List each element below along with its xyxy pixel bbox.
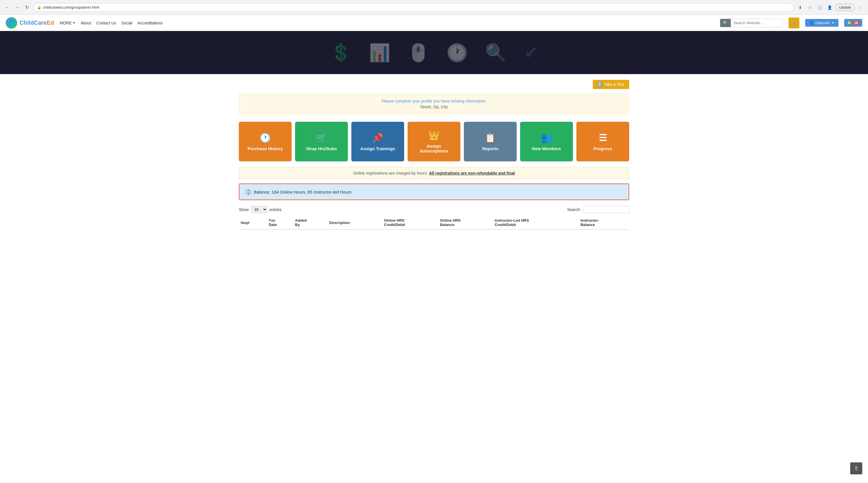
th-added-by: AddedBy: [293, 216, 328, 230]
update-button[interactable]: Update: [835, 4, 855, 11]
lock-icon: 🔒: [37, 5, 41, 9]
hero-icons: 💲 📊 🖱️ 🕐 🔍 ✔: [330, 42, 538, 63]
user-button[interactable]: 👤 Deborah ▼: [805, 19, 838, 27]
show-label: Show: [239, 207, 249, 212]
new-members-card[interactable]: 👥 New Members: [520, 122, 573, 161]
info-icon: ℹ️: [597, 82, 602, 87]
assign-trainings-icon: 📌: [372, 132, 383, 143]
table-controls: Show 10 25 50 100 entries Search:: [239, 206, 629, 213]
graph-icon: 📊: [369, 42, 391, 63]
address-bar[interactable]: 🔒 childcareed.com/groupadmin.html: [33, 3, 794, 12]
search-container: 🔍: [720, 19, 783, 27]
progress-label: Progress: [593, 146, 612, 151]
user-name: Deborah: [815, 21, 830, 25]
shop-hrs-subs-card[interactable]: 🛒 Shop Hrs/Subs: [295, 122, 348, 161]
back-button[interactable]: ←: [3, 3, 11, 11]
balance-panel: ⚖️ Balance: 164 Online Hours, 85 Instruc…: [239, 183, 629, 200]
th-seq: Seq#: [239, 216, 267, 230]
assign-trainings-label: Assign Trainings: [361, 146, 395, 151]
hero-overlay: 💲 📊 🖱️ 🕐 🔍 ✔: [0, 31, 868, 74]
entries-label: entries: [270, 207, 282, 212]
bookmark-icon[interactable]: ☆: [806, 3, 814, 11]
info-bar: Online registrations are charged by hour…: [239, 167, 629, 179]
alert-line1: Please complete your profile you have mi…: [244, 99, 624, 103]
nav-about[interactable]: About: [81, 21, 91, 25]
entries-control: Show 10 25 50 100 entries: [239, 206, 282, 213]
th-online-hrs-balance: Online HRSBalance: [438, 216, 493, 230]
reports-card[interactable]: 📋 Reports: [464, 122, 517, 161]
alert-line2: Street, Zip, City: [244, 104, 624, 109]
search-input[interactable]: [731, 19, 782, 27]
non-refundable-text: All registrations are non-refundable and…: [429, 171, 515, 176]
nav-accreditations[interactable]: Accreditations: [137, 21, 163, 25]
action-cards: 🕐 Purchase History 🛒 Shop Hrs/Subs 📌 Ass…: [239, 122, 629, 161]
assign-subscriptions-card[interactable]: 👑 Assign Subscriptions: [408, 122, 460, 161]
th-description: Description: [328, 216, 382, 230]
new-members-icon: 👥: [541, 132, 552, 143]
shop-icon: 🛒: [316, 132, 327, 143]
notification-button[interactable]: 🔔 16: [844, 19, 862, 27]
assign-subscriptions-label: Assign Subscriptions: [412, 144, 456, 153]
reports-icon: 📋: [485, 132, 496, 143]
bell-icon: 🔔: [847, 21, 851, 25]
magnify-icon: 🔍: [485, 42, 507, 63]
forward-button[interactable]: →: [13, 3, 21, 11]
purchase-history-card[interactable]: 🕐 Purchase History: [239, 122, 291, 161]
site-logo[interactable]: 🌐 ChildCareEd: [6, 17, 54, 29]
data-table: Seq# TxnDate AddedBy Description Online …: [239, 216, 629, 230]
checkmark-icon: ✔: [524, 42, 538, 63]
url-text: childcareed.com/groupadmin.html: [43, 5, 99, 9]
chevron-down-icon: ▼: [73, 21, 75, 24]
table-search-container: Search:: [567, 206, 629, 213]
extensions-icon[interactable]: ⬜: [816, 3, 824, 11]
hero-banner: 💲 📊 🖱️ 🕐 🔍 ✔: [0, 31, 868, 74]
tour-btn-container: ℹ️ Take a Tour: [239, 80, 629, 89]
reload-button[interactable]: ↻: [23, 3, 31, 11]
new-members-label: New Members: [532, 146, 561, 151]
reports-label: Reports: [482, 146, 499, 151]
nav-contact-us[interactable]: Contact Us: [96, 21, 116, 25]
th-txn-date: TxnDate: [267, 216, 293, 230]
browser-actions: ⬇ ☆ ⬜ 👤 Update ⋮: [796, 3, 865, 11]
browser-chrome: ← → ↻ 🔒 childcareed.com/groupadmin.html …: [0, 0, 868, 15]
table-header-row: Seq# TxnDate AddedBy Description Online …: [239, 216, 629, 230]
profile-icon[interactable]: 👤: [826, 3, 834, 11]
logo-icon: 🌐: [6, 17, 17, 29]
purchase-history-label: Purchase History: [247, 146, 283, 151]
entries-select[interactable]: 10 25 50 100: [251, 206, 267, 213]
site-navbar: 🌐 ChildCareEd MORE ▼ About Contact Us So…: [0, 15, 868, 31]
search-button[interactable]: 🔍: [720, 19, 731, 27]
cursor-icon: 🖱️: [408, 42, 429, 63]
menu-icon[interactable]: ⋮: [857, 3, 865, 11]
user-icon: 👤: [809, 21, 814, 25]
clock-icon: 🕐: [446, 42, 468, 63]
notification-badge: 16: [853, 21, 859, 25]
nav-social[interactable]: Social: [121, 21, 132, 25]
info-text: Online registrations are charged by hour…: [353, 171, 428, 176]
assign-subscriptions-icon: 👑: [428, 130, 440, 141]
assign-trainings-card[interactable]: 📌 Assign Trainings: [351, 122, 404, 161]
logo-text: ChildCareEd: [20, 20, 54, 26]
search-label: Search:: [567, 207, 581, 212]
nav-links: MORE ▼ About Contact Us Social Accredita…: [60, 21, 163, 25]
progress-card[interactable]: ☰ Progress: [577, 122, 629, 161]
balance-text: Balance: 164 Online Hours, 85 Instructor…: [254, 189, 351, 194]
th-instructor-balance: Instructor-Balance: [579, 216, 629, 230]
shop-hrs-subs-label: Shop Hrs/Subs: [306, 146, 337, 151]
download-icon[interactable]: ⬇: [796, 3, 804, 11]
table-search-input[interactable]: [583, 206, 629, 213]
th-online-hrs-cd: Online HRSCredit/Debit: [382, 216, 438, 230]
th-instructor-hrs-cd: Instructor-Led HRSCredit/Debit: [493, 216, 579, 230]
purchase-history-icon: 🕐: [259, 132, 271, 143]
balance-scale-icon: ⚖️: [245, 189, 251, 195]
nav-more[interactable]: MORE ▼: [60, 21, 75, 25]
dollar-icon: 💲: [330, 42, 352, 63]
user-chevron-icon: ▼: [832, 21, 834, 24]
cart-button[interactable]: 🛒: [788, 18, 799, 28]
main-content: ℹ️ Take a Tour Please complete your prof…: [233, 74, 635, 236]
browser-nav-buttons: ← → ↻: [3, 3, 31, 11]
alert-banner: Please complete your profile you have mi…: [239, 93, 629, 115]
progress-icon: ☰: [599, 132, 607, 143]
take-a-tour-button[interactable]: ℹ️ Take a Tour: [593, 80, 629, 89]
